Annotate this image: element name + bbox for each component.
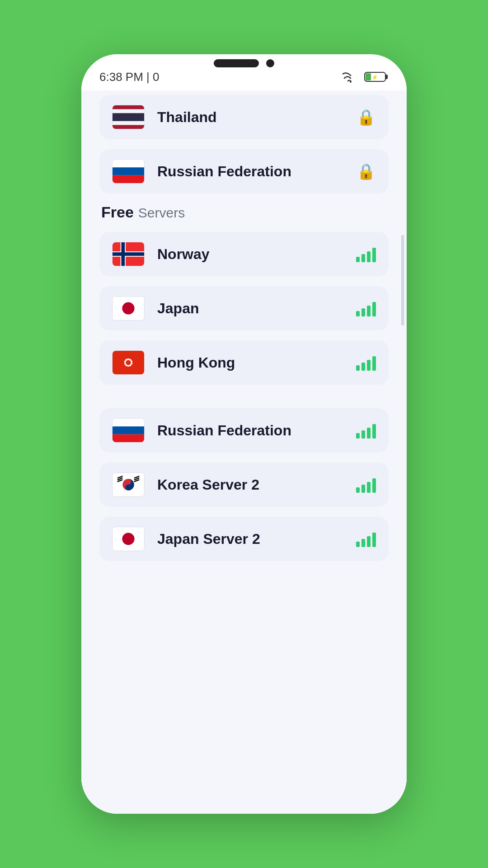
status-time: 6:38 PM | 0 [99,70,160,84]
signal-bar-4 [372,302,376,316]
svg-rect-2 [366,73,371,80]
status-bar: 6:38 PM | 0 ⚡ [81,54,407,90]
svg-rect-3 [385,75,388,79]
signal-bar-2 [361,485,365,493]
signal-icon-hongkong [356,353,376,373]
signal-bar-4 [372,533,376,547]
signal-bar-1 [356,542,360,547]
server-name-korea2: Korea Server 2 [157,476,356,493]
spacer-1 [99,395,389,408]
free-servers-header: Free Servers [99,203,389,221]
phone-frame: 6:38 PM | 0 ⚡ [81,54,407,814]
server-item-norway[interactable]: Norway [99,232,389,276]
signal-bar-2 [361,363,365,371]
signal-bar-1 [356,433,360,439]
server-item-russia-premium[interactable]: Russian Federation 🔒 [99,149,389,193]
svg-rect-15 [113,252,144,256]
signal-bar-2 [361,430,365,439]
signal-icon-russia-free [356,420,376,440]
wifi-icon [343,71,359,83]
server-item-korea2[interactable]: Korea Server 2 [99,462,389,507]
notch [199,54,289,72]
svg-rect-9 [113,167,144,175]
svg-point-26 [127,367,129,368]
svg-point-25 [127,357,129,359]
signal-bar-4 [372,478,376,493]
server-item-thailand[interactable]: Thailand 🔒 [99,95,389,139]
signal-bar-1 [356,311,360,316]
flag-hongkong [112,350,145,375]
flag-thailand [112,105,145,129]
free-label: Free [101,203,134,221]
flag-russia-premium [112,159,145,184]
flag-norway [112,242,145,266]
signal-bar-1 [356,365,360,371]
signal-bar-1 [356,487,360,493]
signal-bar-2 [361,539,365,547]
svg-rect-10 [113,175,144,184]
server-name-thailand: Thailand [157,109,356,126]
signal-bar-1 [356,257,360,262]
scrollbar[interactable] [401,235,404,326]
signal-icon-norway [356,244,376,264]
svg-text:⚡: ⚡ [371,74,378,80]
server-name-japan: Japan [157,300,356,317]
signal-bar-4 [372,356,376,371]
signal-bar-3 [367,251,371,262]
server-name-norway: Norway [157,246,356,263]
lock-icon-russia: 🔒 [356,161,376,181]
flag-japan2 [112,527,145,551]
server-name-russia-premium: Russian Federation [157,163,356,180]
svg-rect-8 [113,160,144,168]
svg-point-17 [122,302,134,314]
notch-pill [214,59,259,67]
server-list: Thailand 🔒 Russian Federation 🔒 Free [81,90,407,814]
flag-japan [112,296,145,321]
signal-bar-3 [367,482,371,493]
battery-icon: ⚡ [364,71,389,83]
signal-bar-3 [367,306,371,316]
svg-rect-29 [113,434,144,443]
svg-rect-28 [113,426,144,434]
flag-korea [112,472,145,497]
signal-bar-3 [367,428,371,439]
svg-point-24 [126,360,131,365]
notch-dot [266,59,274,67]
signal-icon-japan [356,298,376,318]
signal-bar-3 [367,360,371,371]
signal-icon-korea2 [356,475,376,495]
signal-bar-2 [361,254,365,262]
signal-bar-4 [372,248,376,262]
servers-word: Servers [138,205,185,221]
lock-icon-thailand: 🔒 [356,107,376,127]
svg-rect-27 [113,419,144,427]
signal-icon-japan2 [356,529,376,549]
svg-point-0 [350,81,352,83]
server-item-russia-free[interactable]: Russian Federation [99,408,389,453]
svg-rect-7 [113,113,144,121]
signal-bar-3 [367,536,371,547]
signal-bar-2 [361,308,365,316]
signal-bar-4 [372,424,376,439]
server-item-hongkong[interactable]: Hong Kong [99,340,389,385]
flag-russia-free [112,418,145,443]
server-item-japan[interactable]: Japan [99,286,389,330]
server-name-hongkong: Hong Kong [157,354,356,371]
svg-point-39 [122,533,134,545]
server-item-japan2[interactable]: Japan Server 2 [99,517,389,561]
status-icons: ⚡ [343,71,389,83]
server-name-japan2: Japan Server 2 [157,531,356,547]
server-name-russia-free: Russian Federation [157,422,356,439]
